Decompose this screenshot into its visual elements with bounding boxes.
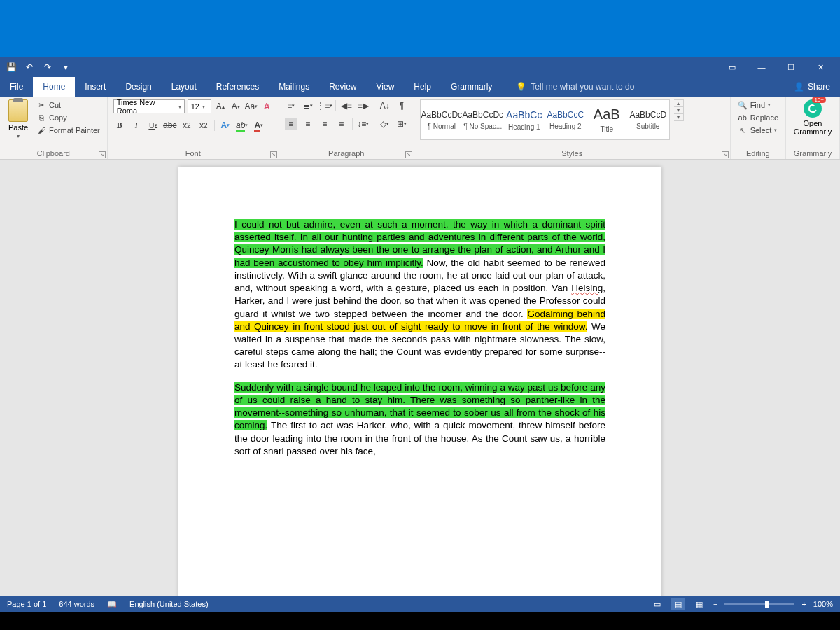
subscript-button[interactable]: x2 — [181, 119, 193, 132]
underline-button[interactable]: U▾ — [147, 119, 160, 132]
zoom-out-button[interactable]: − — [713, 600, 718, 608]
format-painter-button[interactable]: 🖌Format Painter — [35, 125, 102, 136]
tab-insert[interactable]: Insert — [75, 77, 115, 97]
tell-me-search[interactable]: 💡 — [516, 77, 657, 97]
font-size-combo[interactable]: 12▾ — [188, 99, 211, 113]
clear-formatting-button[interactable]: A̷ — [260, 100, 273, 113]
styles-scroll-down-icon[interactable]: ▾ — [674, 107, 683, 114]
paste-button[interactable]: Paste ▾ — [6, 99, 31, 139]
lightbulb-icon: 💡 — [516, 82, 526, 92]
print-layout-icon[interactable]: ▤ — [671, 598, 685, 610]
brush-icon: 🖌 — [36, 125, 46, 135]
language-indicator[interactable]: English (United States) — [130, 600, 209, 608]
borders-button[interactable]: ⊞▾ — [396, 118, 408, 130]
spell-error-text[interactable]: Helsing — [571, 283, 603, 293]
style-heading-1[interactable]: AaBbCcHeading 1 — [504, 101, 545, 139]
windows-taskbar[interactable] — [0, 612, 840, 630]
body-text[interactable]: The first to act was Harker, who, with a… — [234, 420, 606, 456]
increase-indent-button[interactable]: ≡▶ — [357, 99, 370, 112]
read-mode-icon[interactable]: ▭ — [650, 598, 664, 610]
grow-font-button[interactable]: A▴ — [214, 100, 227, 113]
align-left-button[interactable]: ≡ — [285, 118, 298, 130]
zoom-slider[interactable] — [724, 603, 794, 606]
tab-help[interactable]: Help — [404, 77, 441, 97]
styles-dialog-launcher[interactable]: ↘ — [722, 151, 729, 158]
tab-layout[interactable]: Layout — [162, 77, 206, 97]
share-icon: 👤 — [794, 82, 804, 92]
paragraph-2[interactable]: Suddenly with a single bound he leaped i… — [234, 382, 606, 458]
styles-expand-icon[interactable]: ▾ — [674, 114, 683, 120]
multilevel-button[interactable]: ⋮≡▾ — [318, 99, 331, 112]
tab-view[interactable]: View — [367, 77, 405, 97]
page[interactable]: I could not but admire, even at such a m… — [178, 167, 662, 596]
line-spacing-button[interactable]: ↕≡▾ — [357, 118, 370, 130]
justify-button[interactable]: ≡ — [335, 118, 348, 130]
group-styles: AaBbCcDc¶ Normal AaBbCcDc¶ No Spac... Aa… — [414, 97, 731, 159]
style-title[interactable]: AaBTitle — [587, 101, 627, 139]
grammarly-label: Open Grammarly — [792, 119, 834, 136]
align-center-button[interactable]: ≡ — [302, 118, 314, 130]
replace-button[interactable]: abReplace — [736, 112, 780, 123]
tab-mailings[interactable]: Mailings — [269, 77, 319, 97]
page-indicator[interactable]: Page 1 of 1 — [7, 600, 46, 608]
maximize-icon[interactable]: ☐ — [777, 57, 805, 77]
find-button[interactable]: 🔍Find ▾ — [736, 99, 780, 111]
decrease-indent-button[interactable]: ◀≡ — [340, 99, 353, 112]
tab-references[interactable]: References — [206, 77, 269, 97]
tab-grammarly[interactable]: Grammarly — [441, 77, 502, 97]
styles-scroll-up-icon[interactable]: ▴ — [674, 100, 683, 107]
text-effects-button[interactable]: A▾ — [219, 119, 232, 132]
style-normal[interactable]: AaBbCcDc¶ Normal — [421, 101, 462, 139]
replace-icon: ab — [738, 113, 748, 122]
tab-file[interactable]: File — [0, 77, 33, 97]
style-heading-2[interactable]: AaBbCcCHeading 2 — [545, 101, 586, 139]
align-right-button[interactable]: ≡ — [318, 118, 331, 130]
minimize-icon[interactable]: — — [748, 57, 776, 77]
paragraph-1[interactable]: I could not but admire, even at such a m… — [234, 218, 606, 372]
style-no-spacing[interactable]: AaBbCcDc¶ No Spac... — [463, 101, 503, 139]
tab-home[interactable]: Home — [33, 77, 75, 97]
word-count[interactable]: 644 words — [59, 600, 94, 608]
style-subtitle[interactable]: AaBbCcDSubtitle — [628, 101, 668, 139]
tab-design[interactable]: Design — [115, 77, 161, 97]
shrink-font-button[interactable]: A▾ — [230, 100, 242, 113]
bold-button[interactable]: B — [113, 119, 126, 132]
zoom-thumb[interactable] — [765, 601, 769, 608]
paragraph-dialog-launcher[interactable]: ↘ — [405, 151, 412, 158]
font-name-combo[interactable]: Times New Roma▾ — [113, 99, 185, 113]
highlighted-text[interactable]: Godalming — [527, 309, 573, 319]
tab-review[interactable]: Review — [319, 77, 366, 97]
font-dialog-launcher[interactable]: ↘ — [270, 151, 277, 158]
ribbon-display-icon[interactable]: ▭ — [718, 57, 746, 77]
document-area[interactable]: I could not but admire, even at such a m… — [0, 160, 840, 596]
open-grammarly-button[interactable]: 10+ Open Grammarly — [792, 99, 834, 136]
change-case-button[interactable]: Aa▾ — [245, 100, 258, 113]
redo-icon[interactable]: ↷ — [42, 62, 53, 73]
share-button[interactable]: 👤 Share — [784, 77, 840, 97]
highlight-button[interactable]: ab▾ — [236, 119, 248, 132]
cut-button[interactable]: ✂Cut — [35, 99, 102, 111]
undo-icon[interactable]: ↶ — [24, 62, 35, 73]
word-window: 💾 ↶ ↷ ▾ ▭ — ☐ ✕ File Home Insert Design … — [0, 57, 840, 612]
close-icon[interactable]: ✕ — [806, 57, 834, 77]
web-layout-icon[interactable]: ▦ — [692, 598, 706, 610]
bullets-button[interactable]: ≡▾ — [285, 99, 298, 112]
group-label: Font — [113, 148, 273, 158]
qat-customize-icon[interactable]: ▾ — [60, 62, 71, 73]
superscript-button[interactable]: x2 — [197, 119, 210, 132]
font-color-button[interactable]: A▾ — [253, 119, 265, 132]
copy-button[interactable]: ⎘Copy — [35, 112, 102, 123]
save-icon[interactable]: 💾 — [6, 62, 17, 73]
shading-button[interactable]: ◇▾ — [379, 118, 391, 130]
select-button[interactable]: ↖Select ▾ — [736, 125, 780, 136]
show-marks-button[interactable]: ¶ — [396, 99, 408, 112]
sort-button[interactable]: A↓ — [379, 99, 391, 112]
tell-me-input[interactable] — [531, 82, 657, 92]
spellcheck-icon[interactable]: 📖 — [107, 600, 117, 609]
italic-button[interactable]: I — [130, 119, 143, 132]
strikethrough-button[interactable]: abc — [164, 119, 176, 132]
zoom-level[interactable]: 100% — [813, 600, 833, 608]
numbering-button[interactable]: ≣▾ — [302, 99, 314, 112]
zoom-in-button[interactable]: + — [802, 600, 806, 608]
clipboard-dialog-launcher[interactable]: ↘ — [99, 151, 106, 158]
